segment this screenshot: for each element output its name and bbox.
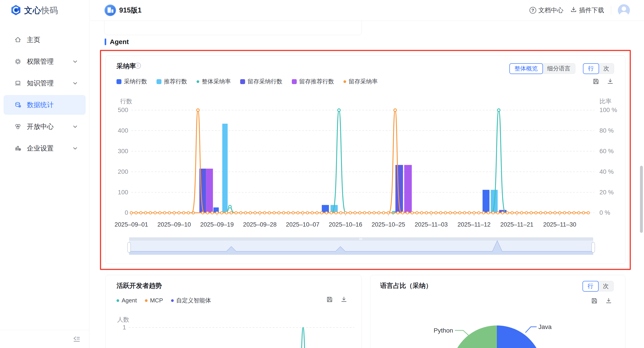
datazoom-grip xyxy=(362,238,362,240)
chart-text: 2025–09–01 xyxy=(114,221,148,228)
sidebar-item-label: 企业设置 xyxy=(27,144,54,153)
sidebar-footer xyxy=(0,330,89,348)
line-marker xyxy=(140,212,142,214)
sidebar-item-6[interactable]: 企业设置 xyxy=(4,138,86,158)
line-marker xyxy=(254,212,256,214)
chart-text: 2025–10–07 xyxy=(286,221,320,228)
chart-text: 2025–11–30 xyxy=(543,221,576,228)
workspace-switcher[interactable]: 915版1 xyxy=(104,4,142,16)
line-marker xyxy=(344,212,347,214)
line-marker xyxy=(173,212,175,214)
line-marker xyxy=(144,212,147,214)
line-marker xyxy=(220,212,223,214)
line-marker xyxy=(292,212,294,214)
datazoom-window[interactable] xyxy=(129,241,593,252)
language-pie-chart[interactable]: PythonJava xyxy=(370,311,625,348)
open-center-icon xyxy=(14,123,22,130)
chart-text: 2025–11–03 xyxy=(414,221,448,228)
sidebar-item-5[interactable]: 开放中心 xyxy=(4,117,86,136)
line-marker xyxy=(440,212,442,214)
line-marker xyxy=(268,212,270,214)
chart-text: 500 xyxy=(118,106,128,114)
download-chart-icon[interactable] xyxy=(340,296,347,303)
sidebar-item-label: 数据统计 xyxy=(27,100,54,110)
sidebar-item-3[interactable]: 知识管理 xyxy=(4,73,86,93)
line-marker xyxy=(501,212,504,214)
save-image-icon[interactable] xyxy=(326,296,333,303)
line-marker xyxy=(249,212,252,214)
unit-lines-button[interactable]: 行 xyxy=(582,281,598,292)
line-marker xyxy=(287,212,290,214)
main-content: Agent 采纳率 i 整体概览 细分语言 行 次 采纳行数推荐行数整体采纳率留… xyxy=(90,21,644,348)
pie-callout-line xyxy=(526,327,537,332)
header-divider xyxy=(611,6,611,15)
top-header: 915版1 ? 文档中心 插件下载 xyxy=(90,0,644,21)
pie-slice-java[interactable] xyxy=(497,326,543,348)
legend-item[interactable]: 自定义智能体 xyxy=(171,296,211,304)
agent-spike xyxy=(300,328,306,348)
permissions-gear-icon xyxy=(14,58,22,65)
sidebar-item-label: 权限管理 xyxy=(27,57,54,66)
line-marker xyxy=(482,212,485,214)
chart-text: 2025–11–12 xyxy=(458,221,490,228)
app-root: 文心快码 主页权限管理知识管理数据统计开放中心企业设置 915版1 ? 文档中心 xyxy=(0,0,644,348)
line-marker xyxy=(282,212,285,214)
chart-text: Python xyxy=(434,327,453,334)
line-marker xyxy=(511,212,514,214)
line-marker xyxy=(525,212,528,214)
vertical-scrollbar-thumb[interactable] xyxy=(640,166,643,233)
line-marker xyxy=(187,212,190,214)
line-marker xyxy=(206,212,209,214)
active-developer-trend-card: 活跃开发者趋势 AgentMCP自定义智能体 人数1 xyxy=(105,275,362,348)
download-icon xyxy=(570,6,577,14)
chart-text: 200 xyxy=(118,168,128,175)
line-marker xyxy=(549,212,552,214)
chevron-down-icon xyxy=(72,58,78,64)
unit-times-button[interactable]: 次 xyxy=(598,281,613,291)
sidebar-item-1[interactable]: 主页 xyxy=(4,30,86,50)
line-marker xyxy=(338,109,340,112)
sidebar-collapse-icon[interactable] xyxy=(72,334,81,344)
legend-label: 自定义智能体 xyxy=(176,296,211,304)
line-marker xyxy=(228,205,231,208)
legend-item[interactable]: Agent xyxy=(116,297,137,304)
line-marker xyxy=(211,212,214,214)
datazoom-slider[interactable] xyxy=(128,237,595,255)
line-marker xyxy=(335,212,337,214)
trend-card-title: 活跃开发者趋势 xyxy=(116,281,162,290)
line-marker xyxy=(394,109,396,112)
line-marker xyxy=(492,212,494,214)
user-avatar[interactable] xyxy=(618,4,630,16)
chart-text: 2025–11–21 xyxy=(500,221,534,228)
line-marker xyxy=(530,212,532,214)
doc-center-link[interactable]: ? 文档中心 xyxy=(530,6,564,14)
line-marker xyxy=(311,212,314,214)
datazoom-handle-right[interactable] xyxy=(592,242,595,252)
sidebar-item-4[interactable]: 数据统计 xyxy=(4,95,86,115)
line-marker xyxy=(582,212,585,214)
sidebar-nav: 主页权限管理知识管理数据统计开放中心企业设置 xyxy=(0,30,89,160)
line-marker xyxy=(297,212,299,214)
active-developer-trend-chart[interactable]: 人数1 xyxy=(106,311,362,348)
line-marker xyxy=(306,212,308,214)
adoption-rate-chart[interactable]: 行数比率01002003004005000 %20 %40 %60 %80 %1… xyxy=(106,56,625,264)
line-marker xyxy=(554,212,556,214)
datazoom-top-bar[interactable] xyxy=(129,237,593,241)
line-marker xyxy=(539,212,542,214)
chart-text: 100 xyxy=(118,189,128,196)
line-marker xyxy=(449,212,452,214)
plugin-download-link[interactable]: 插件下载 xyxy=(570,6,604,14)
line-marker xyxy=(420,212,423,214)
save-image-icon[interactable] xyxy=(591,298,598,304)
sidebar-item-2[interactable]: 权限管理 xyxy=(4,52,86,71)
line-marker xyxy=(516,212,518,214)
line-marker xyxy=(402,212,404,214)
pie-slice-python[interactable] xyxy=(451,326,497,348)
sidebar-item-label: 主页 xyxy=(27,35,40,44)
brand-logo[interactable]: 文心快码 xyxy=(10,4,58,16)
download-chart-icon[interactable] xyxy=(605,298,612,304)
legend-item[interactable]: MCP xyxy=(145,297,163,304)
datazoom-handle-left[interactable] xyxy=(128,242,130,252)
header-actions: ? 文档中心 插件下载 xyxy=(530,4,644,16)
line-marker xyxy=(320,212,323,214)
